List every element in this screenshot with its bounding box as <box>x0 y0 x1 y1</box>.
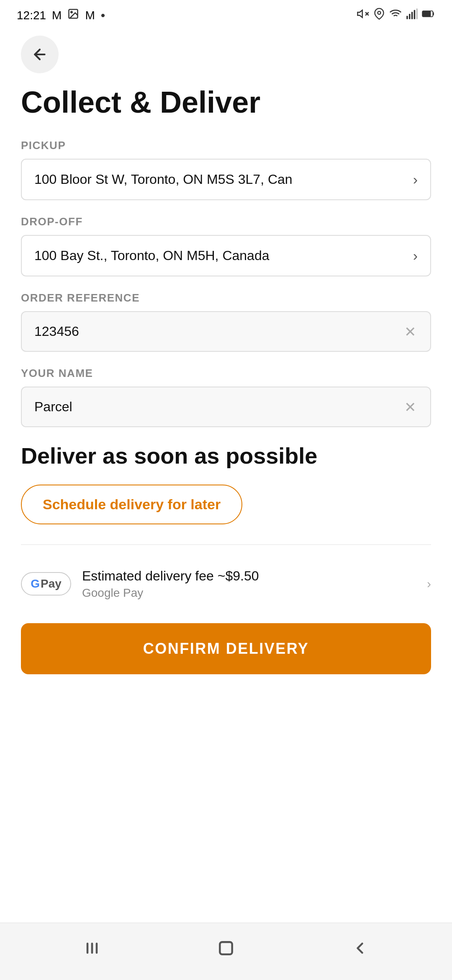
image-icon <box>67 8 79 23</box>
dropoff-chevron-icon: › <box>413 248 418 264</box>
pickup-field[interactable]: 100 Bloor St W, Toronto, ON M5S 3L7, Can… <box>21 159 431 200</box>
your-name-label: YOUR NAME <box>21 367 431 380</box>
nav-back-button[interactable] <box>342 933 378 963</box>
dropoff-field[interactable]: 100 Bay St., Toronto, ON M5H, Canada › <box>21 235 431 276</box>
payment-chevron-icon: › <box>427 577 431 591</box>
gpay-badge: GPay <box>21 572 71 596</box>
svg-rect-10 <box>414 10 416 19</box>
gpay-pay: Pay <box>41 577 62 591</box>
payment-fee: Estimated delivery fee ~$9.50 <box>82 568 427 584</box>
status-right <box>357 8 435 23</box>
order-reference-clear-button[interactable]: ✕ <box>403 325 418 339</box>
svg-rect-13 <box>423 11 430 16</box>
status-left: 12:21 M M • <box>17 8 105 23</box>
pickup-label: PICKUP <box>21 139 431 152</box>
svg-rect-9 <box>411 12 413 19</box>
pickup-chevron-icon: › <box>413 171 418 188</box>
gpay-logo: GPay <box>31 577 62 591</box>
gmail-icon-2: M <box>85 9 95 22</box>
payment-info: Estimated delivery fee ~$9.50 Google Pay <box>82 568 427 600</box>
recent-apps-icon <box>83 939 101 957</box>
page-title: Collect & Deliver <box>21 86 431 119</box>
divider <box>21 544 431 545</box>
svg-point-5 <box>378 11 381 14</box>
order-reference-label: ORDER REFERENCE <box>21 291 431 304</box>
home-icon <box>217 939 235 957</box>
dropoff-label: DROP-OFF <box>21 215 431 228</box>
back-nav-icon <box>351 939 369 957</box>
schedule-delivery-button[interactable]: Schedule delivery for later <box>21 485 242 524</box>
svg-rect-8 <box>409 14 411 19</box>
schedule-delivery-label: Schedule delivery for later <box>43 496 221 513</box>
svg-rect-18 <box>220 942 232 954</box>
nav-recent-apps-button[interactable] <box>74 933 110 963</box>
payment-method: Google Pay <box>82 586 427 600</box>
bottom-nav <box>0 923 452 980</box>
your-name-field: ✕ <box>21 387 431 427</box>
dot-indicator: • <box>101 8 105 23</box>
gmail-icon-1: M <box>52 9 62 22</box>
pickup-address: 100 Bloor St W, Toronto, ON M5S 3L7, Can <box>34 172 409 187</box>
deliver-heading: Deliver as soon as possible <box>21 442 431 469</box>
svg-marker-2 <box>358 10 362 18</box>
status-bar: 12:21 M M • <box>0 0 452 27</box>
signal-icon <box>406 8 418 23</box>
back-button[interactable] <box>21 36 59 73</box>
confirm-delivery-button[interactable]: CONFIRM DELIVERY <box>21 623 431 674</box>
gpay-g-blue: G <box>31 577 40 591</box>
svg-point-1 <box>71 11 73 13</box>
wifi-icon <box>389 8 402 23</box>
main-content: Collect & Deliver PICKUP 100 Bloor St W,… <box>0 27 452 923</box>
time-display: 12:21 <box>17 9 46 22</box>
dropoff-address: 100 Bay St., Toronto, ON M5H, Canada <box>34 248 409 263</box>
order-reference-field: ✕ <box>21 311 431 352</box>
confirm-delivery-label: CONFIRM DELIVERY <box>143 640 309 658</box>
nav-home-button[interactable] <box>208 933 244 963</box>
svg-rect-7 <box>406 16 408 19</box>
payment-row[interactable]: GPay Estimated delivery fee ~$9.50 Googl… <box>21 560 431 608</box>
svg-rect-11 <box>416 8 418 19</box>
mute-icon <box>357 8 369 23</box>
location-icon <box>373 8 385 23</box>
your-name-input[interactable] <box>34 399 403 415</box>
battery-icon <box>422 8 435 23</box>
order-reference-input[interactable] <box>34 324 403 339</box>
your-name-clear-button[interactable]: ✕ <box>403 400 418 414</box>
